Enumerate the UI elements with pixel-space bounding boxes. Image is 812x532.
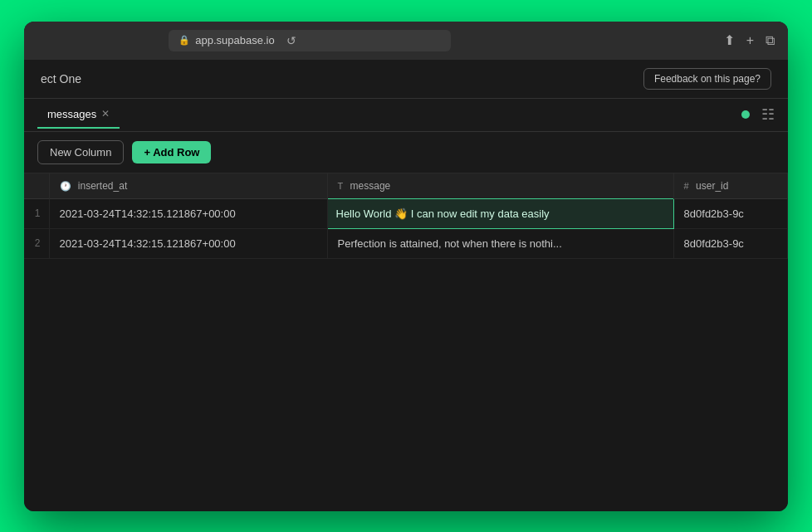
row1-user-id[interactable]: 8d0fd2b3-9c [673,198,787,228]
url-text: app.supabase.io [195,34,274,46]
toolbar: New Column + Add Row [24,132,788,173]
share-icon[interactable]: ⬆ [724,32,735,48]
row1-inserted-at[interactable]: 2021-03-24T14:32:15.121867+00:00 [49,198,327,228]
col-user-id-label: user_id [696,180,728,192]
add-row-button[interactable]: + Add Row [132,141,211,164]
row2-inserted-at[interactable]: 2021-03-24T14:32:15.121867+00:00 [49,228,327,258]
project-name: ect One [41,72,81,85]
lock-icon: 🔒 [179,35,190,46]
tab-bar: messages ✕ ☷ [24,99,788,132]
browser-chrome: 🔒 app.supabase.io ↺ ⬆ + ⧉ [24,22,788,60]
col-user-id[interactable]: # user_id [673,173,787,199]
row-num-1: 1 [24,198,49,228]
col-message[interactable]: T message [327,173,673,199]
schema-icon: ☷ [761,105,775,124]
refresh-icon[interactable]: ↺ [286,34,296,47]
browser-window: 🔒 app.supabase.io ↺ ⬆ + ⧉ ect One Feedba… [24,22,788,511]
col-inserted-at[interactable]: 🕐 inserted_at [49,173,327,199]
row1-message[interactable]: Hello World 👋 I can now edit my data eas… [327,198,673,228]
app-header: ect One Feedback on this page? [24,60,788,99]
row2-user-id[interactable]: 8d0fd2b3-9c [673,228,787,258]
hash-icon: # [684,181,689,191]
new-column-button[interactable]: New Column [37,140,124,164]
data-table: 🕐 inserted_at T message # user_id [24,173,788,259]
table-header-row: 🕐 inserted_at T message # user_id [24,173,788,199]
new-tab-icon[interactable]: + [746,33,754,48]
row2-message[interactable]: Perfection is attained, not when there i… [327,228,673,258]
duplicate-icon[interactable]: ⧉ [766,33,775,48]
row-num-2: 2 [24,228,49,258]
table-row: 2 2021-03-24T14:32:15.121867+00:00 Perfe… [24,228,788,258]
tab-messages[interactable]: messages ✕ [37,101,120,129]
col-inserted-at-label: inserted_at [78,180,127,192]
table-row: 1 2021-03-24T14:32:15.121867+00:00 Hello… [24,198,788,228]
address-bar: 🔒 app.supabase.io ↺ [169,30,451,51]
clock-icon: 🕐 [60,181,71,191]
feedback-button[interactable]: Feedback on this page? [643,68,771,90]
tab-label: messages [47,108,96,120]
browser-actions: ⬆ + ⧉ [724,32,775,48]
row-num-header [24,173,49,199]
col-message-label: message [350,180,391,192]
status-dot [741,110,750,119]
text-type-icon: T [338,181,344,191]
table-container: 🕐 inserted_at T message # user_id [24,173,788,511]
tab-close-icon[interactable]: ✕ [101,108,110,120]
